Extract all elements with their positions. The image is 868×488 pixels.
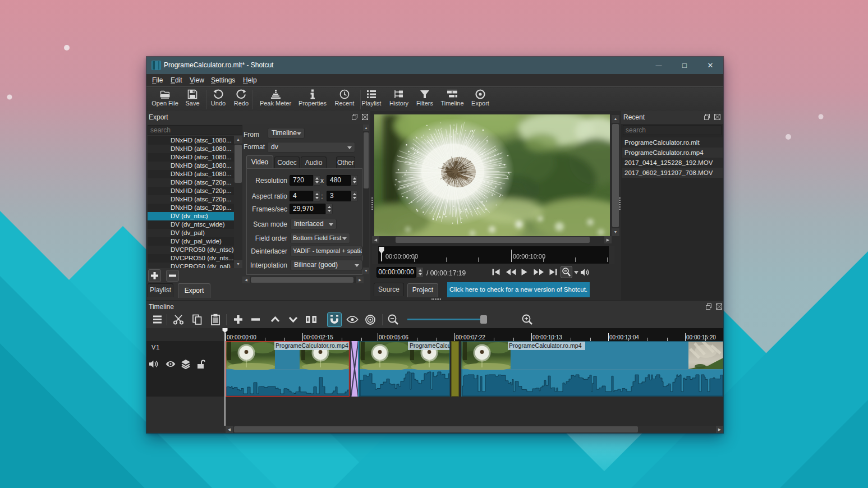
svg-text:ProgrameCalcu: ProgrameCalcu xyxy=(410,342,451,349)
svg-text:ProgrameCalculator.ro.mp4: ProgrameCalculator.ro.mp4 xyxy=(275,342,348,349)
svg-text:ProgrameCalculator.ro.mp4: ProgrameCalculator.ro.mp4 xyxy=(509,342,582,349)
